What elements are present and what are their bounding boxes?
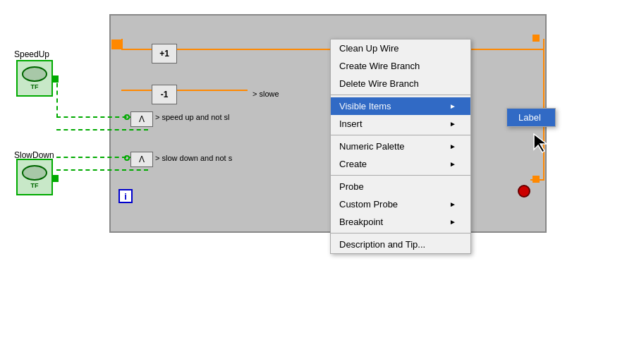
separator-4 [331, 233, 470, 233]
numeric-palette-arrow: ► [449, 142, 456, 150]
slowdown-vi-tf: TF [31, 182, 39, 189]
visible-items-arrow: ► [449, 102, 456, 110]
cursor-svg [532, 133, 549, 154]
red-stop-terminal [518, 185, 530, 198]
top-right-terminal-orange [532, 35, 540, 42]
custom-probe-arrow: ► [449, 200, 456, 208]
speedup-label: SpeedUp [14, 49, 49, 59]
svg-marker-0 [534, 134, 547, 152]
separator-2 [331, 135, 470, 135]
wire-orange-2 [177, 49, 329, 50]
diagram-area: SpeedUp TF SlowDown TF +1 -1 Λ Λ > [0, 0, 639, 364]
menu-item-clean-up-wire[interactable]: Clean Up Wire [331, 40, 470, 57]
green-circle-1 [124, 114, 130, 120]
speedup-vi-block[interactable]: TF [16, 60, 53, 97]
slow-down-text: > slow down and not s [155, 154, 232, 162]
wire-green-h1 [56, 116, 134, 118]
label-submenu-item[interactable]: Label [507, 109, 555, 126]
menu-item-custom-probe[interactable]: Custom Probe ► [331, 195, 470, 213]
slower-text: > slowe [252, 90, 279, 98]
panel-input-terminal-top [111, 40, 121, 49]
insert-arrow: ► [449, 120, 456, 128]
decrement-block[interactable]: -1 [152, 85, 177, 104]
wire-orange-1 [121, 49, 152, 50]
speedup-vi-tf: TF [31, 83, 39, 90]
create-arrow: ► [449, 160, 456, 168]
menu-item-breakpoint[interactable]: Breakpoint ► [331, 213, 470, 231]
wire-green-h2 [56, 129, 148, 131]
menu-item-insert[interactable]: Insert ► [331, 115, 470, 133]
menu-item-visible-items[interactable]: Visible Items ► [331, 97, 470, 115]
compare-block-2[interactable]: Λ [130, 152, 153, 167]
info-icon[interactable]: i [118, 189, 133, 203]
menu-item-create[interactable]: Create ► [331, 155, 470, 173]
menu-item-numeric-palette[interactable]: Numeric Palette ► [331, 138, 470, 155]
label-submenu: Label [506, 108, 556, 127]
breakpoint-arrow: ► [449, 218, 456, 226]
menu-item-create-wire-branch[interactable]: Create Wire Branch [331, 57, 470, 75]
separator-3 [331, 175, 470, 176]
menu-item-probe[interactable]: Probe [331, 178, 470, 195]
menu-item-description[interactable]: Description and Tip... [331, 236, 470, 253]
green-circle-2 [124, 155, 130, 161]
wire-orange-4 [177, 90, 248, 91]
speed-up-text: > speed up and not sl [155, 113, 230, 121]
wire-green-v2 [56, 175, 58, 182]
compare-block-1[interactable]: Λ [130, 111, 153, 127]
right-terminal-orange [532, 176, 540, 183]
slowdown-vi-block[interactable]: TF [16, 159, 53, 195]
separator-1 [331, 95, 470, 95]
slowdown-vi-inner [22, 165, 47, 181]
speedup-vi-inner [22, 66, 47, 82]
increment-block[interactable]: +1 [152, 44, 177, 63]
wire-green-h4 [56, 169, 148, 171]
wire-orange-v1 [121, 39, 123, 50]
wire-green-v1 [56, 75, 58, 118]
menu-item-delete-wire-branch[interactable]: Delete Wire Branch [331, 75, 470, 92]
wire-orange-3 [121, 90, 152, 91]
context-menu: Clean Up Wire Create Wire Branch Delete … [330, 39, 471, 254]
